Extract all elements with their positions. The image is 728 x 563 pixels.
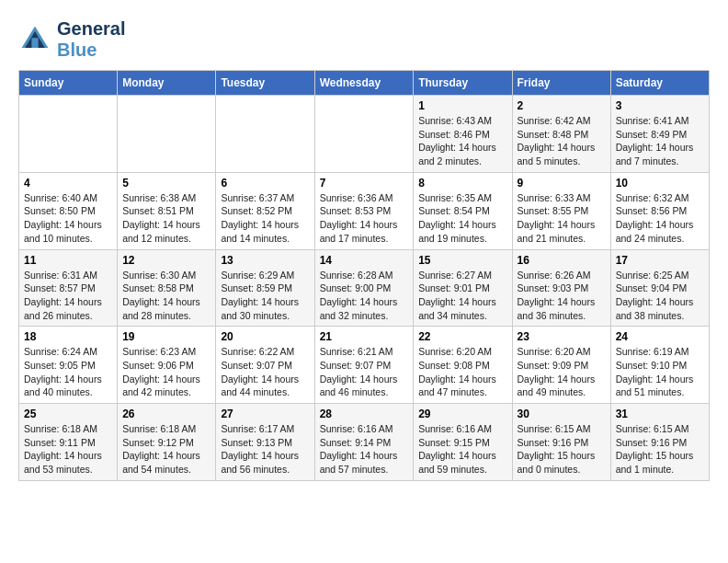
calendar-cell: 12Sunrise: 6:30 AM Sunset: 8:58 PM Dayli… bbox=[118, 249, 216, 327]
calendar-cell: 23Sunrise: 6:20 AM Sunset: 9:09 PM Dayli… bbox=[512, 327, 610, 404]
logo-icon bbox=[18, 23, 51, 56]
calendar-cell: 18Sunrise: 6:24 AM Sunset: 9:05 PM Dayli… bbox=[19, 327, 118, 404]
day-number: 16 bbox=[518, 254, 606, 267]
calendar-cell: 4Sunrise: 6:40 AM Sunset: 8:50 PM Daylig… bbox=[19, 172, 118, 249]
day-number: 11 bbox=[24, 254, 112, 267]
day-info: Sunrise: 6:31 AM Sunset: 8:57 PM Dayligh… bbox=[24, 269, 112, 323]
day-number: 25 bbox=[24, 408, 112, 420]
day-number: 24 bbox=[616, 330, 704, 343]
day-info: Sunrise: 6:41 AM Sunset: 8:49 PM Dayligh… bbox=[616, 114, 704, 168]
day-number: 2 bbox=[518, 99, 606, 112]
calendar-cell: 5Sunrise: 6:38 AM Sunset: 8:51 PM Daylig… bbox=[118, 172, 216, 249]
day-info: Sunrise: 6:32 AM Sunset: 8:56 PM Dayligh… bbox=[616, 191, 704, 246]
day-info: Sunrise: 6:27 AM Sunset: 9:01 PM Dayligh… bbox=[418, 269, 506, 323]
day-number: 18 bbox=[24, 330, 112, 343]
calendar-cell: 14Sunrise: 6:28 AM Sunset: 9:00 PM Dayli… bbox=[314, 249, 414, 327]
day-info: Sunrise: 6:23 AM Sunset: 9:06 PM Dayligh… bbox=[122, 345, 210, 399]
day-info: Sunrise: 6:28 AM Sunset: 9:00 PM Dayligh… bbox=[320, 269, 409, 323]
day-info: Sunrise: 6:18 AM Sunset: 9:12 PM Dayligh… bbox=[122, 422, 210, 477]
calendar-cell: 7Sunrise: 6:36 AM Sunset: 8:53 PM Daylig… bbox=[314, 172, 414, 249]
week-row-2: 4Sunrise: 6:40 AM Sunset: 8:50 PM Daylig… bbox=[19, 172, 710, 249]
day-info: Sunrise: 6:16 AM Sunset: 9:14 PM Dayligh… bbox=[320, 422, 409, 477]
week-row-5: 25Sunrise: 6:18 AM Sunset: 9:11 PM Dayli… bbox=[19, 404, 710, 481]
day-number: 3 bbox=[616, 99, 704, 112]
calendar-cell: 19Sunrise: 6:23 AM Sunset: 9:06 PM Dayli… bbox=[118, 327, 216, 404]
calendar-header: SundayMondayTuesdayWednesdayThursdayFrid… bbox=[19, 71, 710, 96]
calendar-cell bbox=[314, 96, 414, 173]
day-header-saturday: Saturday bbox=[610, 71, 709, 96]
calendar-cell: 27Sunrise: 6:17 AM Sunset: 9:13 PM Dayli… bbox=[216, 404, 314, 481]
day-info: Sunrise: 6:43 AM Sunset: 8:46 PM Dayligh… bbox=[418, 114, 506, 168]
day-info: Sunrise: 6:29 AM Sunset: 8:59 PM Dayligh… bbox=[221, 269, 309, 323]
day-number: 13 bbox=[221, 254, 309, 267]
day-info: Sunrise: 6:24 AM Sunset: 9:05 PM Dayligh… bbox=[24, 345, 112, 399]
day-number: 19 bbox=[122, 330, 210, 343]
calendar-cell: 20Sunrise: 6:22 AM Sunset: 9:07 PM Dayli… bbox=[216, 327, 314, 404]
day-info: Sunrise: 6:38 AM Sunset: 8:51 PM Dayligh… bbox=[122, 191, 210, 246]
day-info: Sunrise: 6:30 AM Sunset: 8:58 PM Dayligh… bbox=[122, 269, 210, 323]
calendar-cell: 24Sunrise: 6:19 AM Sunset: 9:10 PM Dayli… bbox=[610, 327, 709, 404]
day-info: Sunrise: 6:16 AM Sunset: 9:15 PM Dayligh… bbox=[418, 422, 506, 477]
day-info: Sunrise: 6:33 AM Sunset: 8:55 PM Dayligh… bbox=[518, 191, 606, 246]
day-info: Sunrise: 6:19 AM Sunset: 9:10 PM Dayligh… bbox=[616, 345, 704, 399]
calendar-cell: 26Sunrise: 6:18 AM Sunset: 9:12 PM Dayli… bbox=[118, 404, 216, 481]
day-number: 21 bbox=[320, 330, 409, 343]
day-number: 27 bbox=[221, 408, 309, 420]
calendar-cell bbox=[19, 96, 118, 173]
day-info: Sunrise: 6:20 AM Sunset: 9:08 PM Dayligh… bbox=[418, 345, 506, 399]
logo-text: General Blue bbox=[57, 18, 125, 61]
calendar-cell: 11Sunrise: 6:31 AM Sunset: 8:57 PM Dayli… bbox=[19, 249, 118, 327]
calendar-cell: 21Sunrise: 6:21 AM Sunset: 9:07 PM Dayli… bbox=[314, 327, 414, 404]
day-number: 7 bbox=[320, 177, 409, 190]
day-info: Sunrise: 6:18 AM Sunset: 9:11 PM Dayligh… bbox=[24, 422, 112, 477]
day-header-thursday: Thursday bbox=[414, 71, 512, 96]
calendar-cell: 1Sunrise: 6:43 AM Sunset: 8:46 PM Daylig… bbox=[414, 96, 512, 173]
calendar-cell: 29Sunrise: 6:16 AM Sunset: 9:15 PM Dayli… bbox=[414, 404, 512, 481]
calendar-body: 1Sunrise: 6:43 AM Sunset: 8:46 PM Daylig… bbox=[19, 96, 710, 481]
calendar-cell: 28Sunrise: 6:16 AM Sunset: 9:14 PM Dayli… bbox=[314, 404, 414, 481]
day-header-friday: Friday bbox=[512, 71, 610, 96]
calendar-cell: 6Sunrise: 6:37 AM Sunset: 8:52 PM Daylig… bbox=[216, 172, 314, 249]
day-number: 20 bbox=[221, 330, 309, 343]
calendar-cell: 16Sunrise: 6:26 AM Sunset: 9:03 PM Dayli… bbox=[512, 249, 610, 327]
day-number: 1 bbox=[418, 99, 506, 112]
day-number: 9 bbox=[518, 177, 606, 190]
day-number: 23 bbox=[518, 330, 606, 343]
day-header-monday: Monday bbox=[118, 71, 216, 96]
day-number: 12 bbox=[122, 254, 210, 267]
day-info: Sunrise: 6:21 AM Sunset: 9:07 PM Dayligh… bbox=[320, 345, 409, 399]
calendar-cell: 3Sunrise: 6:41 AM Sunset: 8:49 PM Daylig… bbox=[610, 96, 709, 173]
day-number: 10 bbox=[616, 177, 704, 190]
day-number: 14 bbox=[320, 254, 409, 267]
calendar-cell: 15Sunrise: 6:27 AM Sunset: 9:01 PM Dayli… bbox=[414, 249, 512, 327]
page-header: General Blue bbox=[18, 18, 710, 61]
calendar-cell: 2Sunrise: 6:42 AM Sunset: 8:48 PM Daylig… bbox=[512, 96, 610, 173]
day-number: 29 bbox=[418, 408, 506, 420]
day-number: 6 bbox=[221, 177, 309, 190]
week-row-1: 1Sunrise: 6:43 AM Sunset: 8:46 PM Daylig… bbox=[19, 96, 710, 173]
day-number: 5 bbox=[122, 177, 210, 190]
day-number: 8 bbox=[418, 177, 506, 190]
day-number: 4 bbox=[24, 177, 112, 190]
calendar-table: SundayMondayTuesdayWednesdayThursdayFrid… bbox=[18, 70, 710, 481]
day-number: 15 bbox=[418, 254, 506, 267]
calendar-cell: 17Sunrise: 6:25 AM Sunset: 9:04 PM Dayli… bbox=[610, 249, 709, 327]
day-info: Sunrise: 6:36 AM Sunset: 8:53 PM Dayligh… bbox=[320, 191, 409, 246]
day-info: Sunrise: 6:40 AM Sunset: 8:50 PM Dayligh… bbox=[24, 191, 112, 246]
day-info: Sunrise: 6:42 AM Sunset: 8:48 PM Dayligh… bbox=[518, 114, 606, 168]
day-info: Sunrise: 6:26 AM Sunset: 9:03 PM Dayligh… bbox=[518, 269, 606, 323]
logo: General Blue bbox=[18, 18, 125, 61]
calendar-cell: 31Sunrise: 6:15 AM Sunset: 9:16 PM Dayli… bbox=[610, 404, 709, 481]
calendar-cell: 8Sunrise: 6:35 AM Sunset: 8:54 PM Daylig… bbox=[414, 172, 512, 249]
day-info: Sunrise: 6:15 AM Sunset: 9:16 PM Dayligh… bbox=[616, 422, 704, 477]
day-number: 26 bbox=[122, 408, 210, 420]
calendar-cell: 9Sunrise: 6:33 AM Sunset: 8:55 PM Daylig… bbox=[512, 172, 610, 249]
day-info: Sunrise: 6:25 AM Sunset: 9:04 PM Dayligh… bbox=[616, 269, 704, 323]
day-number: 17 bbox=[616, 254, 704, 267]
day-number: 22 bbox=[418, 330, 506, 343]
calendar-cell: 22Sunrise: 6:20 AM Sunset: 9:08 PM Dayli… bbox=[414, 327, 512, 404]
day-info: Sunrise: 6:15 AM Sunset: 9:16 PM Dayligh… bbox=[518, 422, 606, 477]
day-info: Sunrise: 6:20 AM Sunset: 9:09 PM Dayligh… bbox=[518, 345, 606, 399]
day-number: 30 bbox=[518, 408, 606, 420]
days-header-row: SundayMondayTuesdayWednesdayThursdayFrid… bbox=[19, 71, 710, 96]
